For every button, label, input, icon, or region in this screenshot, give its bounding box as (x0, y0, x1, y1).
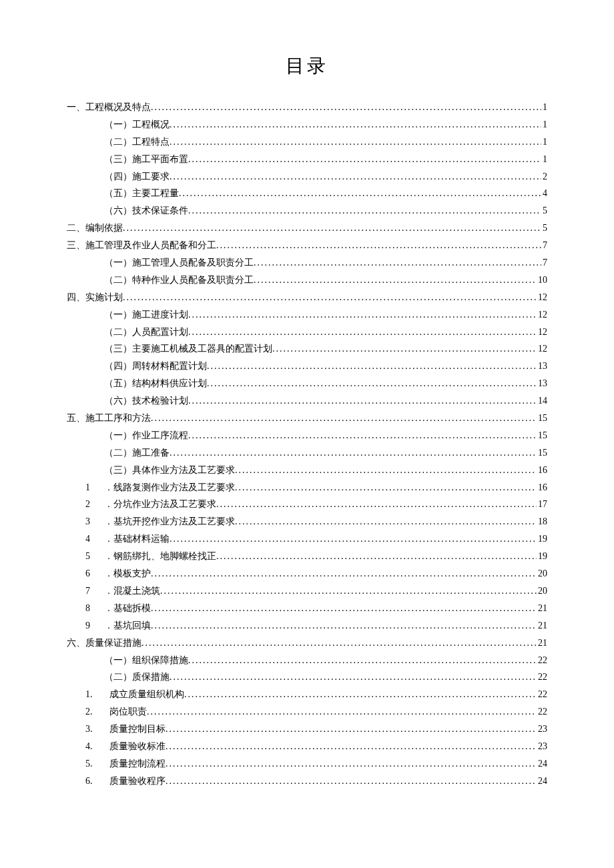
toc-leader-dots (216, 548, 537, 565)
toc-entry: （二）施工准备 15 (67, 444, 547, 462)
toc-leader-dots (170, 530, 537, 548)
toc-entry-label: （二）施工准备 (104, 444, 170, 462)
toc-entry-page: 16 (537, 479, 547, 496)
toc-entry: （一）施工管理人员配备及职责分工 7 (67, 254, 547, 272)
toc-entry-label: （二）特种作业人员配备及职责分工 (104, 272, 254, 289)
toc-entry: 5.质量控制流程 24 (67, 755, 547, 773)
toc-entry-page: 24 (537, 773, 547, 790)
toc-entry-page: 21 (537, 600, 547, 617)
toc-entry-page: 1 (541, 99, 547, 116)
toc-entry-number: 5 (85, 548, 104, 565)
toc-entry: 4.质量验收标准 23 (67, 738, 547, 755)
toc-entry-page: 15 (537, 427, 547, 444)
toc-entry-page: 2 (541, 168, 547, 185)
toc-leader-dots (254, 272, 537, 289)
toc-entry-number: 3 (85, 513, 104, 530)
toc-entry-label: （六）技术检验计划 (104, 392, 188, 410)
toc-entry: （一）组织保障措施 22 (67, 652, 547, 669)
toc-entry: 三、施工管理及作业人员配备和分工7 (67, 237, 547, 254)
toc-entry: （四）周转材料配置计划 13 (67, 358, 547, 375)
toc-entry: （五）主要工程量 4 (67, 185, 547, 202)
toc-entry-page: 21 (537, 617, 547, 634)
toc-entry-page: 12 (537, 289, 547, 306)
toc-entry-page: 19 (537, 548, 547, 565)
toc-entry: 1．线路复测作业方法及工艺要求 16 (67, 479, 547, 496)
toc-entry-label: 5．钢筋绑扎、地脚螺栓找正 (85, 548, 216, 565)
toc-entry: 5．钢筋绑扎、地脚螺栓找正19 (67, 548, 547, 565)
toc-leader-dots (151, 600, 537, 617)
page-title: 目录 (67, 53, 547, 79)
toc-entry-label: （三）施工平面布置 (104, 151, 188, 168)
toc-entry-page: 12 (537, 306, 547, 324)
toc-entry-label: （二）工程特点 (104, 133, 170, 151)
toc-leader-dots (151, 565, 537, 582)
toc-entry: （二）工程特点 1 (67, 133, 547, 151)
toc-leader-dots (188, 202, 541, 220)
toc-entry: （一）施工进度计划 12 (67, 306, 547, 324)
toc-entry-label: 1．线路复测作业方法及工艺要求 (85, 479, 235, 496)
toc-entry-label: 2.岗位职责 (85, 703, 147, 721)
toc-leader-dots (235, 479, 537, 496)
toc-leader-dots (179, 185, 541, 202)
toc-leader-dots (166, 755, 537, 773)
toc-leader-dots (151, 617, 537, 634)
toc-entry: 四、实施计划12 (67, 289, 547, 306)
toc-leader-dots (170, 168, 541, 185)
toc-entry-label: （一）工程概况 (104, 116, 170, 133)
toc-entry-label: （四）施工要求 (104, 168, 170, 185)
toc-entry: （三）具体作业方法及工艺要求 16 (67, 462, 547, 479)
toc-entry-label: 4．基础材料运输 (85, 530, 170, 548)
toc-entry-page: 1 (541, 133, 547, 151)
toc-entry-number: 7 (85, 582, 104, 600)
toc-entry-label: （三）主要施工机械及工器具的配置计划 (104, 340, 272, 358)
toc-entry-page: 17 (537, 496, 547, 513)
toc-entry-label: （一）施工管理人员配备及职责分工 (104, 254, 254, 272)
toc-entry-number: 6. (85, 773, 109, 790)
toc-leader-dots (188, 324, 537, 341)
toc-entry: （六）技术检验计划 14 (67, 392, 547, 410)
toc-entry: （一）工程概况 1 (67, 116, 547, 133)
toc-leader-dots (166, 738, 537, 755)
toc-entry-number: 4. (85, 738, 109, 755)
toc-entry-label: （二）人员配置计划 (104, 324, 188, 341)
toc-leader-dots (151, 410, 537, 427)
toc-leader-dots (216, 496, 537, 513)
toc-leader-dots (188, 151, 541, 168)
toc-entry-page: 22 (537, 686, 547, 703)
toc-entry: 2．分坑作业方法及工艺要求17 (67, 496, 547, 513)
toc-leader-dots (188, 427, 537, 444)
toc-entry-number: 3. (85, 721, 109, 738)
toc-leader-dots (188, 306, 537, 324)
toc-entry-label: 8．基础拆模 (85, 600, 151, 617)
toc-entry-number: 8 (85, 600, 104, 617)
toc-entry-label: 6．模板支护 (85, 565, 151, 582)
toc-entry: 9．基坑回填 21 (67, 617, 547, 634)
toc-entry: （六）技术保证条件 5 (67, 202, 547, 220)
toc-entry: 六、质量保证措施21 (67, 634, 547, 652)
toc-entry-page: 22 (537, 652, 547, 669)
toc-leader-dots (254, 254, 541, 272)
toc-leader-dots (207, 358, 537, 375)
toc-entry: （二）人员配置计划 12 (67, 324, 547, 341)
toc-leader-dots (272, 340, 537, 358)
toc-entry-label: 一、工程概况及特点 (67, 99, 151, 116)
toc-entry-page: 15 (537, 410, 547, 427)
toc-entry-label: 3.质量控制目标 (85, 721, 166, 738)
toc-entry-label: 二、编制依据 (67, 220, 123, 237)
toc-entry: （三）主要施工机械及工器具的配置计划 12 (67, 340, 547, 358)
toc-entry-page: 7 (541, 237, 547, 254)
toc-leader-dots (207, 375, 537, 392)
toc-entry-page: 18 (537, 513, 547, 530)
toc-entry-page: 12 (537, 324, 547, 341)
toc-entry-page: 23 (537, 738, 547, 755)
toc-entry-page: 14 (537, 392, 547, 410)
toc-leader-dots (166, 721, 537, 738)
toc-entry-label: 1.成立质量组织机构 (85, 686, 184, 703)
toc-entry-label: （一）作业工序流程 (104, 427, 188, 444)
toc-entry-page: 23 (537, 721, 547, 738)
toc-leader-dots (235, 513, 537, 530)
toc-entry-number: 9 (85, 617, 104, 634)
toc-entry-number: 2. (85, 703, 109, 721)
toc-entry-number: 5. (85, 755, 109, 773)
toc-entry-label: 六、质量保证措施 (67, 634, 141, 652)
